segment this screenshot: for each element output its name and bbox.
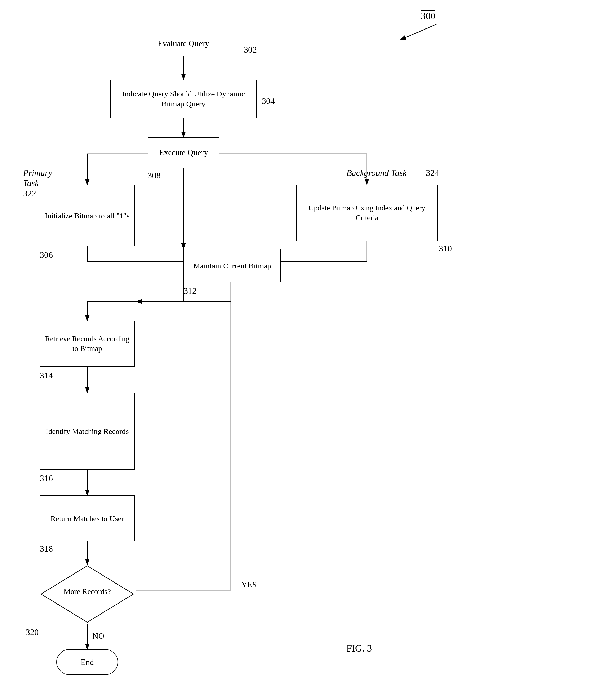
maintain-bitmap-box: Maintain Current Bitmap [183, 249, 281, 282]
ref-308: 308 [148, 170, 161, 180]
yes-label: YES [241, 580, 257, 590]
background-task-label: Background Task [346, 168, 407, 178]
ref-318: 318 [40, 544, 53, 554]
evaluate-query-box: Evaluate Query [130, 31, 237, 57]
ref-316: 316 [40, 473, 53, 483]
diagram-container: 300 Evaluate Query 302 Indicate Query Sh… [0, 0, 611, 700]
ref-322: 322 [23, 189, 36, 198]
ref-312: 312 [183, 286, 197, 296]
no-label: NO [92, 631, 104, 641]
ref-300: 300 [421, 10, 435, 21]
ref-304: 304 [262, 96, 275, 106]
ref-302: 302 [244, 45, 257, 55]
svg-text:More Records?: More Records? [64, 587, 111, 596]
update-bitmap-box: Update Bitmap Using Index and Query Crit… [296, 185, 437, 241]
return-matches-box: Return Matches to User [40, 495, 135, 541]
identify-matching-box: Identify Matching Records [40, 392, 135, 470]
indicate-query-box: Indicate Query Should Utilize Dynamic Bi… [110, 79, 257, 118]
ref-320: 320 [26, 627, 39, 637]
ref-324: 324 [426, 168, 439, 178]
more-records-diamond: More Records? [40, 565, 135, 624]
initialize-bitmap-box: Initialize Bitmap to all "1"s [40, 185, 135, 246]
primary-task-label2: Task [23, 178, 39, 188]
ref-306: 306 [40, 250, 53, 260]
ref-310: 310 [439, 244, 452, 254]
svg-line-25 [400, 24, 436, 40]
fig-label: FIG. 3 [346, 642, 372, 654]
end-oval: End [57, 649, 118, 675]
primary-task-label: Primary [23, 168, 52, 178]
retrieve-records-box: Retrieve Records According to Bitmap [40, 321, 135, 367]
execute-query-box: Execute Query [148, 137, 219, 168]
ref-314: 314 [40, 371, 53, 381]
